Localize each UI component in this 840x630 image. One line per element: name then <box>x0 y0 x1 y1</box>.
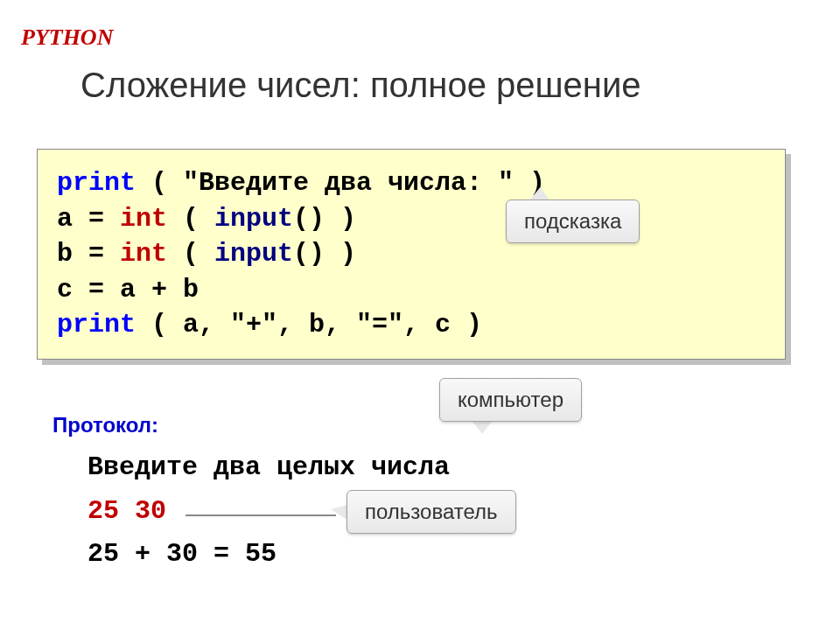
code-line: b = int ( input() ) <box>57 236 766 272</box>
callout-computer: компьютер <box>439 378 582 422</box>
protocol-label: Протокол: <box>52 413 158 438</box>
code-text: ( "Введите два числа: " ) <box>136 168 545 198</box>
code-line: print ( a, "+", b, "=", c ) <box>57 307 766 343</box>
code-text: = <box>73 239 120 269</box>
keyword-int: int <box>120 204 167 234</box>
code-line: a = int ( input() ) <box>57 201 766 237</box>
code-block: print ( "Введите два числа: " ) a = int … <box>37 149 786 360</box>
keyword-print: print <box>57 310 136 340</box>
python-label: PYTHON <box>21 24 113 51</box>
code-text: = <box>73 204 120 234</box>
code-text: () ) <box>293 239 356 269</box>
callout-user: пользователь <box>346 490 516 534</box>
protocol-line: Введите два целых числа <box>88 446 450 490</box>
code-text: ( <box>167 239 214 269</box>
connector-line <box>186 514 336 516</box>
callout-hint: подсказка <box>506 200 640 243</box>
code-text: a <box>57 204 73 234</box>
code-text: () ) <box>293 204 356 234</box>
code-text: b <box>57 239 73 269</box>
code-text: ( a, "+", b, "=", c ) <box>136 310 482 340</box>
slide-title: Сложение чисел: полное решение <box>80 66 641 105</box>
keyword-print: print <box>57 168 136 198</box>
protocol-line: 25 + 30 = 55 <box>88 533 450 577</box>
code-line: c = a + b <box>57 272 766 308</box>
code-text: ( <box>167 204 214 234</box>
keyword-input: input <box>214 204 293 234</box>
keyword-int: int <box>120 239 167 269</box>
code-line: print ( "Введите два числа: " ) <box>57 165 766 201</box>
keyword-input: input <box>214 239 293 269</box>
code-text: c = a + b <box>57 275 199 304</box>
